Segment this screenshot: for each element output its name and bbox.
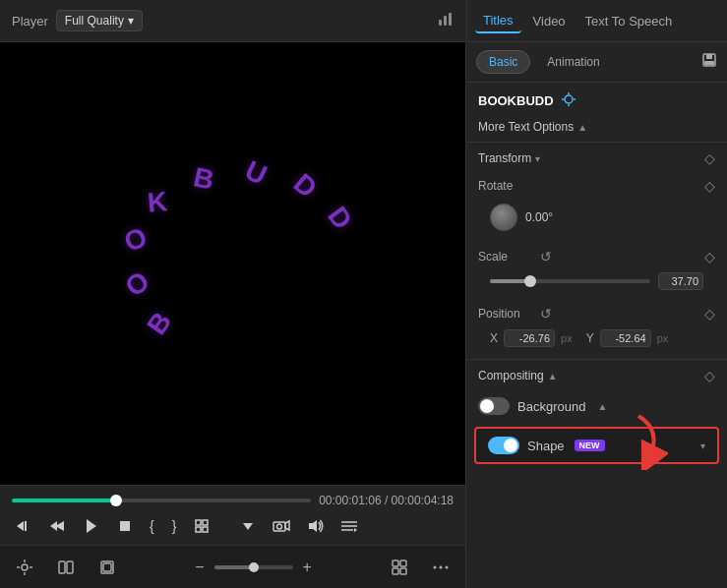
quality-dropdown[interactable]: Full Quality ▾ [56, 10, 143, 31]
rotate-keyframe-button[interactable]: ◇ [704, 178, 715, 194]
svg-rect-2 [449, 13, 452, 26]
quality-label: Full Quality [65, 14, 124, 28]
shape-expand-arrow: ▾ [700, 441, 705, 451]
progress-track[interactable] [12, 499, 311, 502]
volume-button[interactable] [304, 517, 328, 535]
layout-dropdown-button[interactable] [237, 517, 259, 535]
svg-rect-9 [196, 520, 201, 525]
svg-marker-7 [87, 519, 96, 533]
letter-d1: D [287, 167, 323, 205]
crop-button[interactable] [94, 555, 120, 580]
transform-row[interactable]: Transform ▾ ◇ [466, 145, 727, 172]
zoom-slider-fill [214, 565, 254, 569]
scale-header: Scale ↺ ◇ [478, 249, 715, 265]
scale-slider[interactable] [490, 279, 650, 283]
play-button[interactable] [79, 515, 104, 537]
compositing-keyframe-button[interactable]: ◇ [704, 368, 715, 383]
playback-section: 00:00:01:06 / 00:00:04:18 { [0, 485, 465, 545]
tab-video[interactable]: Video [525, 10, 574, 32]
transform-label: Transform [478, 151, 531, 165]
y-label: Y [586, 331, 594, 345]
tab-animation[interactable]: Animation [534, 50, 612, 74]
x-px-label: px [561, 332, 573, 344]
scale-keyframe-button[interactable]: ◇ [704, 249, 715, 265]
control-row: { } [12, 515, 454, 537]
rotate-value: 0.00° [525, 210, 703, 224]
transform-keyframe-button[interactable]: ◇ [704, 150, 715, 166]
position-xy-row: X px Y px [478, 325, 715, 351]
step-back-button[interactable] [45, 516, 69, 536]
grid-view-button[interactable] [387, 555, 412, 580]
left-panel: B O O K B U D D 00:00:01:06 / 00:00 [0, 42, 466, 588]
rewind-button[interactable] [12, 516, 35, 536]
video-area: B O O K B U D D [0, 42, 465, 485]
scale-slider-row [478, 268, 715, 294]
svg-point-36 [440, 565, 443, 568]
shape-toggle[interactable] [488, 437, 519, 454]
compositing-label: Compositing [478, 369, 544, 382]
tab-titles[interactable]: Titles [475, 9, 521, 33]
split-button[interactable] [53, 555, 79, 580]
svg-point-15 [277, 524, 282, 529]
zoom-out-button[interactable]: − [191, 555, 208, 580]
mark-out-button[interactable]: } [168, 516, 181, 536]
svg-rect-1 [444, 16, 447, 26]
progress-fill [12, 499, 116, 502]
scale-label: Scale [478, 250, 532, 264]
sub-tabs: Basic Animation [466, 42, 727, 83]
player-label: Player [12, 14, 48, 29]
zoom-section: − + [191, 555, 316, 580]
compositing-row[interactable]: Compositing ▲ ◇ [466, 362, 727, 389]
time-separator: / [385, 494, 388, 507]
collapse-arrow-icon: ▲ [577, 122, 587, 133]
scale-reset-button[interactable]: ↺ [540, 249, 552, 265]
compositing-arrow-icon: ▲ [548, 371, 558, 382]
scale-value-input[interactable] [658, 272, 703, 290]
section-title: BOOKBUDD [478, 93, 554, 108]
svg-point-35 [434, 565, 437, 568]
svg-marker-16 [285, 521, 289, 530]
svg-rect-8 [120, 521, 130, 531]
svg-marker-6 [50, 521, 57, 531]
stop-button[interactable] [114, 517, 136, 535]
right-panel: Basic Animation BOOKBUDD More Text Optio… [466, 42, 727, 588]
zoom-slider[interactable] [214, 565, 293, 569]
svg-point-22 [22, 564, 28, 570]
main-content: B O O K B U D D 00:00:01:06 / 00:00 [0, 42, 727, 588]
y-value-input[interactable] [600, 329, 651, 347]
svg-rect-28 [67, 561, 73, 573]
zoom-thumb [249, 562, 259, 572]
settings-expand-button[interactable] [337, 518, 361, 534]
effects-button[interactable] [12, 555, 37, 580]
current-time: 00:00:01:06 [319, 494, 381, 507]
rotate-knob[interactable] [490, 204, 517, 231]
svg-rect-27 [59, 561, 65, 573]
more-options-button[interactable] [428, 555, 454, 580]
background-toggle-knob [480, 399, 494, 413]
rotate-input-row: 0.00° [478, 198, 715, 237]
svg-marker-13 [243, 523, 253, 530]
camera-button[interactable] [269, 517, 294, 535]
position-header: Position ↺ ◇ [478, 306, 715, 322]
letter-u: U [240, 154, 272, 192]
save-preset-button[interactable] [701, 52, 717, 72]
x-value-input[interactable] [504, 329, 555, 347]
shape-toggle-knob [504, 439, 517, 452]
svg-rect-34 [400, 568, 406, 574]
svg-rect-10 [203, 520, 208, 525]
background-toggle[interactable] [478, 397, 510, 415]
svg-rect-12 [203, 527, 208, 532]
svg-rect-11 [196, 527, 201, 532]
layout-button[interactable] [190, 516, 213, 536]
position-keyframe-button[interactable]: ◇ [704, 306, 715, 322]
zoom-in-button[interactable]: + [299, 555, 316, 580]
more-text-options-row[interactable]: More Text Options ▲ [466, 114, 727, 140]
histogram-icon[interactable] [437, 10, 454, 31]
tab-basic[interactable]: Basic [476, 50, 530, 74]
tab-tts[interactable]: Text To Speech [577, 10, 681, 32]
position-reset-button[interactable]: ↺ [540, 306, 552, 322]
divider-2 [466, 359, 727, 360]
progress-thumb [110, 495, 122, 506]
mark-in-button[interactable]: { [146, 516, 158, 536]
letter-o2: O [119, 221, 151, 259]
